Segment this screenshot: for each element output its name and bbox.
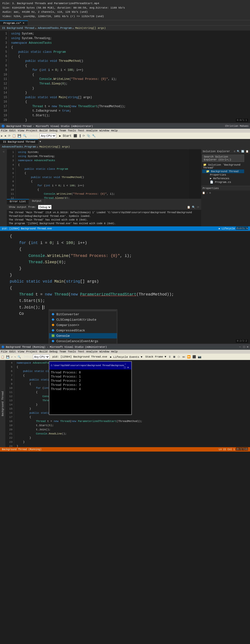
tab-output[interactable]: Output [29, 199, 45, 204]
toolbar-play-btn[interactable]: ▶ Start [59, 134, 71, 138]
breadcrumb-bar-2: AdvancedTasks.Program ▶ Main(string[] ar… [0, 144, 250, 149]
menu4-team[interactable]: Team [59, 350, 66, 353]
output-line1: The thread 'Main Thread' (CLR v4.0.30319… [9, 211, 199, 218]
ac-item-clscompliant[interactable]: 🔷 CLSCompliantAttribute [49, 317, 117, 322]
menu-view[interactable]: View [18, 129, 24, 132]
autocomplete-dropdown[interactable]: 🔷 BitConverter 🔷 CLSCompliantAttribute 🔶… [49, 310, 117, 344]
menu4-view[interactable]: View [18, 350, 24, 353]
vs-toolbar-2: ▶ ◾ ⟳ 📋 💾 🔍 Debug Any CPU ▶ Start ⬛ ▐ ⟳ … [0, 132, 250, 139]
menu4-help[interactable]: Help [111, 350, 118, 353]
vs-statusbar-2: pid: [12504] Background Thread.exe ▶ Lif… [0, 226, 250, 231]
se-solution[interactable]: 📁 Solution 'Background Thread' [202, 163, 244, 170]
se-title-label: Solution Explorer [203, 150, 230, 153]
menu-edit[interactable]: Edit [9, 129, 16, 132]
code-z-line12: Thread t = new Thread(new ParameterizedT… [0, 291, 250, 298]
code-z-line4: Console.WriteLine("Thread Process: {0}",… [0, 253, 250, 259]
toolbar-icons: ▶ ◾ ⟳ 📋 💾 🔍 [1, 134, 26, 138]
menu-build[interactable]: Build [39, 129, 47, 132]
ac-label-clscompliant: CLSCompliantAttribute [56, 318, 96, 322]
ac-icon-bitconverter: 🔷 [51, 312, 55, 316]
se-search[interactable]: Search Solution Explorer (Ctrl+;) [202, 154, 244, 162]
ac-scrollbar [50, 310, 116, 311]
menu4-debug[interactable]: Debug [49, 350, 57, 353]
code-z-line3: { [0, 246, 250, 252]
bc2-method: Main(string[] args) [39, 145, 70, 148]
toolbar4-process: pid: [12504] Background Thread.exe [52, 355, 107, 358]
line-numbers: 12345 678910 1112131415 1617181920 21222… [0, 30, 9, 123]
left-tab-label-4: Background Thread [2, 391, 4, 416]
file-info-line3: Audio: aac, 44100 Hz, 2 channels, s16, 1… [2, 10, 248, 14]
toolbar4-stack[interactable]: Stack Frame ▼ [145, 355, 166, 358]
properties-header: Properties [201, 186, 250, 190]
ac-item-consolecanceleventargs[interactable]: 🔷 ConsoleCancelEventArgs [49, 338, 117, 344]
console-window-controls[interactable]: － □ ✕ [124, 362, 130, 369]
se-references[interactable]: ▶ References [202, 176, 244, 180]
vs-window-controls[interactable]: － □ ✕ [238, 345, 248, 349]
toolbar4-cpu[interactable]: Any CPU [33, 354, 50, 359]
menu4-edit[interactable]: Edit [9, 350, 16, 353]
toolbar4-lifecycle[interactable]: ▶ Lifecycle Events ▼ [110, 355, 142, 358]
output-source-dropdown[interactable]: Debug [38, 205, 52, 209]
vs-menubar-4: File Edit View Project Build Debug Team … [0, 350, 250, 354]
code-editor-2[interactable]: using System; using System.Threading; na… [16, 149, 189, 199]
menu4-file[interactable]: File [1, 350, 7, 353]
output-text-area: The thread 'Main Thread' (CLR v4.0.30319… [7, 210, 201, 226]
ac-item-comparison[interactable]: 🔶 Comparison<> [49, 322, 117, 328]
menu4-window[interactable]: Window [100, 350, 110, 353]
console-window[interactable]: C:\User\hp2560\source\repos\Background T… [49, 361, 132, 415]
debug-config-dropdown[interactable]: Any CPU [40, 133, 56, 138]
output-toolbar-icons: 📋 🔍 ⟳ [187, 206, 199, 209]
menu-test[interactable]: Test [78, 129, 84, 132]
menu-window[interactable]: Window [100, 129, 110, 132]
vs-titlebar-4: 🔵 Background Thread (Running) - Microsof… [0, 344, 250, 350]
console-output-4: Thread Process: 4 [51, 387, 130, 391]
vs-title-right-2: Christian Makwas [225, 125, 248, 128]
frame2-container: 🔵 Background Thread - Microsoft Visual S… [0, 123, 250, 231]
ac-label-compressedstack: CompressedStack [56, 329, 85, 332]
code-z-line10: public static void Main(string[] args) [0, 278, 250, 285]
breadcrumb-bar-1: IS Background Thread ▶ AdvancedTasks.Pro… [0, 26, 250, 30]
code-editor-1[interactable]: using System; using System.Threading; na… [9, 30, 250, 123]
prop-icons: 📋 ↕ ⚙ [202, 192, 249, 194]
tab-dropdown[interactable]: ▼ [38, 140, 42, 144]
timestamp-3: 0:2/2:2 [236, 340, 248, 343]
minimap-2 [189, 149, 201, 199]
ac-item-compressedstack[interactable]: 🔷 CompressedStack [49, 328, 117, 333]
menu-project[interactable]: Project [26, 129, 37, 132]
menu-analyze[interactable]: Analyze [86, 129, 98, 132]
code-z-line11: { [0, 285, 250, 291]
menu4-text[interactable]: Text [78, 350, 84, 353]
toolbar4-debug: Debug [24, 355, 32, 358]
menu4-analyze[interactable]: Analyze [86, 350, 98, 353]
menu-debug[interactable]: Debug [49, 129, 57, 132]
se-program-cs[interactable]: 📄 Program.cs [202, 180, 244, 184]
se-properties[interactable]: Properties [202, 173, 244, 176]
vs-left-tab-4[interactable]: Background Thread [0, 360, 5, 447]
zoomed-code-area[interactable]: { for (int i = 0; i < 100; i++) { Consol… [0, 231, 250, 319]
se-project[interactable]: 📁 Background Thread [202, 170, 244, 173]
tab-is-background[interactable]: IS Background Thread [0, 139, 38, 144]
menu4-project[interactable]: Project [26, 350, 37, 353]
menu-file[interactable]: File [1, 129, 7, 132]
menu-tools[interactable]: Tools [68, 129, 76, 132]
line-numbers-4: 45678 910111213 1415161718 1920212223 24… [5, 360, 14, 447]
code-z-line2: for (int i = 0; i < 100; i++) [0, 240, 250, 246]
console-output-2: Thread Process: 2 [51, 379, 130, 383]
code-z-line5: Thread.Sleep(0); [0, 259, 250, 266]
console-output-3: Thread Process: 3 [51, 383, 130, 387]
code-z-line13: t.Start(5); [0, 298, 250, 304]
menu-team[interactable]: Team [59, 129, 66, 132]
tab-program-cs[interactable]: Program.cs* × [0, 20, 28, 26]
menu4-tools[interactable]: Tools [68, 350, 76, 353]
toolbar-more-icons: ⬛ ▐ ⟳ 📎 🔧 [74, 134, 96, 138]
console-body: Thread Process: 0 Thread Process: 1 Thre… [49, 370, 131, 414]
menu4-build[interactable]: Build [39, 350, 47, 353]
menu-help[interactable]: Help [111, 129, 118, 132]
output-tabs-2: Error List Output [7, 199, 201, 204]
left-panel-icon1: ◁ [3, 150, 4, 153]
toolbar-debug-label: Debug [30, 134, 38, 137]
ac-item-console[interactable]: 🟩 Console [49, 333, 117, 338]
ac-item-bitconverter[interactable]: 🔷 BitConverter [49, 312, 117, 317]
ac-label-console: Console [56, 334, 70, 338]
tab-error-list[interactable]: Error List [7, 199, 29, 204]
